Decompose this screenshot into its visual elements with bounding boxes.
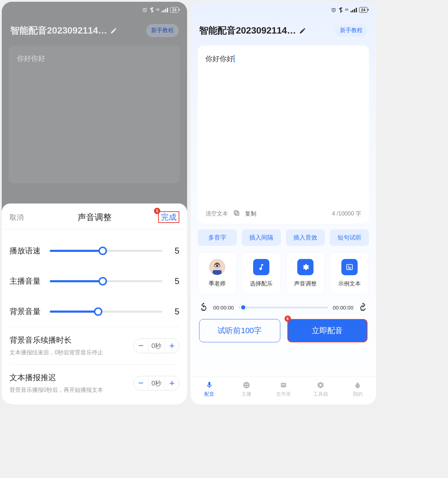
card-voice-teacher[interactable]: 季老师 [198, 252, 237, 294]
network-label: 46 [345, 8, 348, 11]
header: 智能配音2023092114… 新手教程 [2, 18, 187, 41]
slider-value: 5 [169, 246, 179, 256]
avatar-icon [209, 259, 225, 275]
copy-icon[interactable] [233, 210, 240, 218]
tab-anchor[interactable]: 主播 [228, 380, 265, 397]
player: 5s 00:00:00 00:00:00 5s [191, 294, 376, 312]
chip-insert-sfx[interactable]: 插入音效 [286, 229, 325, 246]
chip-polyphonic[interactable]: 多音字 [198, 229, 237, 246]
svg-text:5s: 5s [202, 308, 205, 312]
slider-bg-volume: 背景音量 5 [10, 296, 179, 327]
stepper-plus[interactable]: + [165, 376, 179, 390]
svg-rect-4 [167, 8, 168, 12]
slider-value: 5 [169, 307, 179, 317]
icon-card-row: 季老师 选择配乐 声音调整 示例文本 [191, 246, 376, 294]
card-label: 季老师 [209, 280, 226, 288]
card-label: 示例文本 [338, 280, 361, 288]
svg-rect-7 [352, 10, 353, 12]
skip-forward-icon[interactable]: 5s [358, 303, 368, 312]
stepper-value: 0秒 [148, 376, 165, 390]
tutorial-button[interactable]: 新手教程 [146, 24, 179, 37]
folder-icon [279, 380, 288, 390]
signal-icon [351, 7, 357, 12]
slider-speed: 播放语速 5 [10, 236, 179, 266]
setting-title: 背景音乐续播时长 [10, 335, 103, 346]
svg-rect-26 [282, 384, 285, 385]
slider-track[interactable] [50, 250, 162, 252]
preview-button[interactable]: 试听前100字 [199, 319, 280, 342]
chip-short-preview[interactable]: 短句试听 [330, 229, 369, 246]
tutorial-button[interactable]: 新手教程 [335, 24, 368, 37]
action-row: 试听前100字 6 立即配音 [191, 312, 376, 342]
stepper-value: 0秒 [148, 339, 165, 353]
svg-point-22 [243, 382, 249, 388]
stepper-plus[interactable]: + [165, 339, 179, 353]
copy-button[interactable]: 复制 [245, 210, 256, 218]
card-select-music[interactable]: 选择配乐 [242, 252, 281, 294]
battery-indicator: 24 [359, 7, 368, 13]
slider-track[interactable] [50, 280, 162, 282]
tab-label: 文件库 [276, 391, 291, 397]
setting-title: 文本播报推迟 [10, 372, 103, 383]
svg-point-24 [247, 384, 248, 385]
svg-point-16 [215, 265, 217, 267]
slider-thumb[interactable] [98, 247, 107, 255]
tab-files[interactable]: 文件库 [265, 380, 302, 397]
header: 智能配音2023092114… 新手教程 [191, 18, 376, 41]
network-label: 46 [156, 8, 160, 11]
text-icon [341, 259, 358, 275]
svg-rect-1 [162, 11, 163, 12]
page-title[interactable]: 智能配音2023092114… [199, 24, 331, 37]
svg-rect-11 [234, 211, 238, 214]
svg-point-23 [245, 384, 246, 385]
card-sample-text[interactable]: 示例文本 [330, 252, 369, 294]
player-track[interactable] [239, 307, 328, 308]
tab-bar: 配音 主播 文件库 工具箱 我的 [191, 377, 376, 405]
divider [2, 229, 187, 229]
go-badge: 6 [285, 315, 291, 322]
stepper-minus[interactable]: − [134, 339, 148, 353]
text-card: 你好你好 清空文本 复制 4 /10000 字 [198, 46, 369, 224]
clear-text-button[interactable]: 清空文本 [205, 210, 228, 218]
status-bar: 46 23 [2, 2, 187, 18]
stepper-minus[interactable]: − [134, 376, 148, 390]
card-sound-adjust[interactable]: 声音调整 [286, 252, 325, 294]
text-cursor [234, 55, 234, 63]
tab-dubbing[interactable]: 配音 [191, 380, 228, 397]
slider-track[interactable] [50, 311, 162, 313]
skip-back-icon[interactable]: 5s [199, 303, 208, 312]
svg-text:5s: 5s [361, 308, 364, 312]
battery-indicator: 23 [170, 7, 179, 13]
alarm-icon [331, 7, 336, 13]
page-title[interactable]: 智能配音2023092114… [10, 24, 143, 37]
stepper: − 0秒 + [133, 338, 179, 353]
text-content[interactable]: 你好你好 [205, 54, 361, 210]
mic-icon [205, 380, 214, 390]
tab-mine[interactable]: 我的 [339, 380, 376, 397]
done-badge: 5 [154, 208, 160, 214]
slider-thumb[interactable] [98, 277, 107, 285]
text-content[interactable]: 你好你好 [17, 54, 172, 63]
toolbox-icon [316, 380, 325, 390]
card-label: 声音调整 [294, 280, 317, 288]
slider-label: 主播音量 [10, 276, 43, 287]
bluetooth-icon [339, 7, 343, 13]
svg-rect-6 [351, 11, 352, 12]
setting-subtitle: 背景音乐播报0秒后，再开始播报文本 [10, 386, 103, 394]
slider-volume: 主播音量 5 [10, 266, 179, 296]
slider-thumb[interactable] [94, 307, 102, 316]
player-thumb[interactable] [240, 304, 246, 311]
tab-label: 配音 [204, 391, 214, 397]
gear-icon [297, 259, 313, 275]
tab-toolbox[interactable]: 工具箱 [302, 380, 339, 397]
generate-button[interactable]: 立即配音 [287, 319, 368, 342]
sheet-header: 取消 声音调整 5 完成 [10, 212, 179, 223]
time-total: 00:00:00 [333, 305, 353, 311]
slider-value: 5 [169, 276, 179, 286]
chip-insert-gap[interactable]: 插入间隔 [242, 229, 281, 246]
done-button[interactable]: 完成 [158, 211, 179, 223]
phone-right: 46 24 智能配音2023092114… 新手教程 你好你好 清空文本 复制 … [191, 2, 376, 405]
cancel-button[interactable]: 取消 [10, 213, 24, 222]
sound-adjust-sheet: 取消 声音调整 5 完成 播放语速 5 主播音量 5 背景音量 [2, 203, 187, 405]
edit-icon [299, 27, 306, 34]
